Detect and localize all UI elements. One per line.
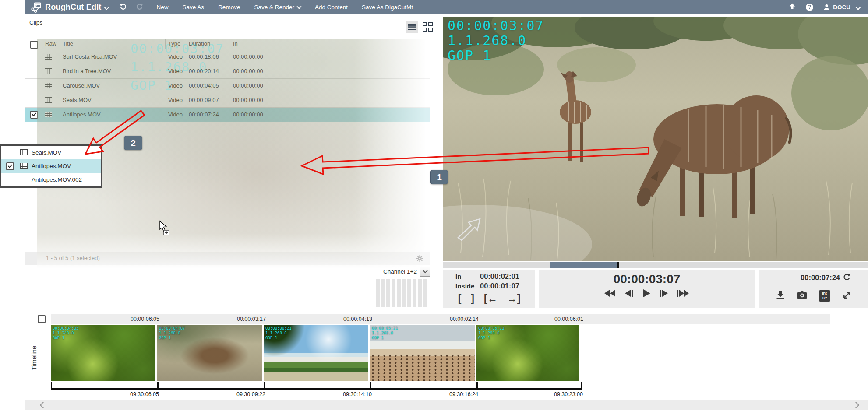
current-timecode: 00:00:03:07 bbox=[539, 272, 755, 286]
timeline-ruler-tick bbox=[157, 382, 159, 390]
select-all-checkbox[interactable] bbox=[30, 41, 38, 49]
timeline-clip-duration: 00:00:03:17 bbox=[200, 316, 266, 322]
int-tc-icon[interactable]: Int TC bbox=[819, 290, 830, 302]
raw-clip-icon bbox=[20, 163, 28, 170]
redo-icon[interactable] bbox=[136, 2, 144, 12]
playhead[interactable] bbox=[617, 262, 619, 268]
table-row[interactable]: Bird in a Tree.MOV Video 00:00:20:14 00:… bbox=[25, 64, 430, 79]
frame-forward-button[interactable] bbox=[659, 289, 668, 298]
context-menu-item[interactable]: Antilopes.MOV bbox=[1, 159, 101, 173]
raw-clip-icon bbox=[45, 54, 52, 61]
fast-forward-button[interactable] bbox=[677, 289, 690, 298]
toolbar-right: ? DOCU bbox=[788, 3, 868, 12]
audio-meter-bar bbox=[413, 279, 416, 307]
timeline-clip-thumbnail[interactable]: 00:00:05:21 1.1.268.0 GOP 1 bbox=[370, 325, 475, 381]
undo-icon[interactable] bbox=[119, 2, 127, 12]
audio-level-meter bbox=[376, 279, 427, 307]
column-header-in[interactable]: In bbox=[233, 40, 238, 47]
audio-meter-bar bbox=[423, 279, 427, 307]
clip-duration: 00:00:09:07 bbox=[189, 93, 219, 107]
scrub-loaded-range bbox=[550, 262, 617, 268]
toolbar-item-new[interactable]: New bbox=[157, 4, 169, 11]
menu-item-label: Antilopes.MOV bbox=[32, 163, 71, 169]
context-menu-item[interactable]: Seals.MOV bbox=[1, 146, 101, 159]
clip-duration: 00:00:18:06 bbox=[189, 50, 219, 64]
toolbar-item-label: Add Content bbox=[315, 4, 348, 11]
clip-duration: 00:00:04:05 bbox=[189, 79, 219, 93]
toolbar-item-save-as-digacutmt[interactable]: Save As DigaCutMt bbox=[362, 4, 413, 11]
goto-in-button[interactable]: [← bbox=[484, 293, 498, 304]
chevron-down-icon[interactable] bbox=[104, 4, 109, 10]
menu-item-label: Seals.MOV bbox=[32, 149, 61, 156]
audio-meter-bar bbox=[386, 279, 390, 307]
toolbar-item-remove[interactable]: Remove bbox=[218, 4, 240, 11]
clips-table-header: Raw Title Type Duration In bbox=[25, 39, 430, 50]
annotation-badge-1: 1 bbox=[430, 170, 448, 184]
timeline-clip-thumbnail[interactable]: 00:00:04:07 1.1.268.0 GOP 1 bbox=[157, 325, 262, 381]
play-button[interactable] bbox=[642, 289, 651, 298]
user-menu[interactable]: DOCU bbox=[823, 4, 860, 11]
upload-icon[interactable] bbox=[788, 3, 796, 12]
timeline-scrollbar[interactable] bbox=[25, 400, 868, 410]
table-row[interactable]: Carousel.MOV Video 00:00:04:05 00:00:00:… bbox=[25, 79, 430, 93]
scroll-left-icon[interactable] bbox=[40, 402, 47, 409]
clips-status-bar: 1 - 5 of 5 (1 selected) bbox=[25, 252, 430, 265]
timeline-clip-thumbnail[interactable]: 00:00:00:21 1.1.268.0 GOP 1 bbox=[264, 325, 368, 381]
app-logo-icon bbox=[31, 2, 42, 13]
thumbnail-timecode-overlay: 00:00:00:21 1.1.268.0 GOP 1 bbox=[265, 326, 292, 341]
toolbar-item-save-render[interactable]: Save & Render bbox=[254, 4, 301, 11]
toolbar-item-label: Save As DigaCutMt bbox=[362, 4, 413, 11]
scrub-bar[interactable] bbox=[443, 262, 868, 268]
column-header-type[interactable]: Type bbox=[168, 40, 180, 47]
channel-select[interactable] bbox=[420, 267, 430, 277]
grid-view-icon[interactable] bbox=[422, 21, 434, 33]
column-header-raw[interactable]: Raw bbox=[45, 40, 56, 47]
clip-duration: 00:00:07:24 bbox=[189, 108, 219, 122]
table-row[interactable]: Seals.MOV Video 00:00:09:07 00:00:00:00 bbox=[25, 93, 430, 108]
in-label: In bbox=[455, 273, 461, 280]
timeline-ruler-label: 09:30:09:22 bbox=[200, 391, 265, 397]
toolbar-item-save-as[interactable]: Save As bbox=[183, 4, 205, 11]
app-title: RoughCut Edit bbox=[45, 3, 102, 12]
timeline-ruler bbox=[51, 388, 582, 390]
clip-title: Seals.MOV bbox=[63, 93, 92, 107]
timeline-clip-thumbnail[interactable]: 00:00:04:05 1.1.243.0 GOP 1 bbox=[51, 325, 155, 381]
timeline-ruler-tick bbox=[581, 382, 582, 390]
fullscreen-icon[interactable] bbox=[842, 291, 851, 302]
scroll-right-icon[interactable] bbox=[853, 402, 860, 409]
rewind-button[interactable] bbox=[604, 289, 616, 298]
clip-in: 00:00:00:00 bbox=[233, 64, 263, 78]
toolbar-item-add-content[interactable]: Add Content bbox=[315, 4, 348, 11]
help-icon[interactable]: ? bbox=[806, 4, 813, 11]
list-view-icon[interactable] bbox=[406, 21, 418, 33]
refresh-icon[interactable] bbox=[843, 274, 850, 283]
inside-label: Inside bbox=[455, 282, 474, 290]
chevron-down-icon bbox=[855, 4, 861, 10]
camera-snapshot-icon[interactable] bbox=[797, 291, 807, 301]
column-header-duration[interactable]: Duration bbox=[189, 40, 210, 47]
gear-icon[interactable] bbox=[409, 252, 430, 265]
table-row[interactable]: Antilopes.MOV Video 00:00:07:24 00:00:00… bbox=[25, 108, 430, 122]
audio-meter-bar bbox=[381, 279, 385, 307]
row-checkbox[interactable] bbox=[30, 111, 38, 119]
goto-out-button[interactable]: →] bbox=[507, 293, 521, 304]
audio-meter-bar bbox=[407, 279, 411, 307]
menu-item-checkbox[interactable] bbox=[6, 162, 14, 170]
raw-clip-icon bbox=[45, 83, 52, 90]
context-menu-item[interactable]: Antilopes.MOV.002 bbox=[1, 173, 101, 186]
timeline-ruler-tick bbox=[476, 382, 478, 390]
thumbnail-timecode-overlay: 00:00:05:23 1.1.268.0 GOP 1 bbox=[478, 326, 505, 341]
column-header-title[interactable]: Title bbox=[63, 40, 73, 47]
clip-in: 00:00:00:00 bbox=[233, 50, 263, 64]
table-row[interactable]: Surf Costa Rica.MOV Video 00:00:18:06 00… bbox=[25, 50, 430, 64]
clip-title: Bird in a Tree.MOV bbox=[63, 64, 111, 78]
clips-panel-title: Clips bbox=[29, 19, 42, 26]
download-icon[interactable] bbox=[776, 290, 785, 302]
mark-out-button[interactable]: ] bbox=[471, 293, 474, 304]
timeline-clip-thumbnail[interactable]: 00:00:05:23 1.1.268.0 GOP 1 bbox=[476, 325, 579, 381]
menu-item-label: Antilopes.MOV.002 bbox=[32, 176, 82, 183]
top-toolbar: RoughCut Edit New Save As Remove Save & … bbox=[25, 0, 868, 14]
frame-back-button[interactable] bbox=[625, 289, 634, 298]
drag-cursor bbox=[160, 221, 169, 235]
mark-in-button[interactable]: [ bbox=[458, 293, 462, 304]
